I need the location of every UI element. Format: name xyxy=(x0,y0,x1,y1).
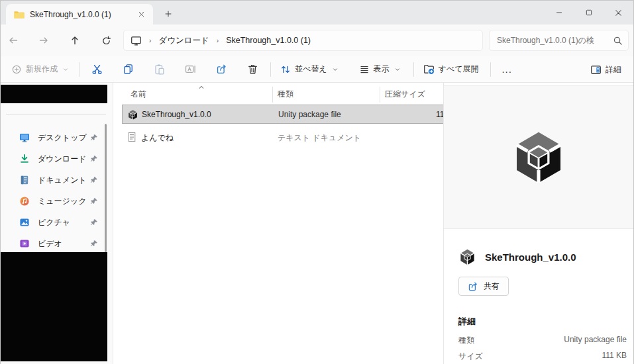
new-tab-button[interactable] xyxy=(160,6,177,22)
column-divider[interactable] xyxy=(380,87,380,103)
back-button[interactable] xyxy=(3,30,23,50)
search-box[interactable] xyxy=(489,30,629,51)
pin-icon xyxy=(90,218,98,226)
share-file-button[interactable]: 共有 xyxy=(458,277,509,296)
sidebar-item-desktop[interactable]: デスクトップ xyxy=(1,127,113,148)
file-type: テキスト ドキュメント xyxy=(278,132,361,144)
paste-icon xyxy=(154,64,165,75)
navigation-sidebar: デスクトップ ダウンロード ドキュメント ミュージック xyxy=(1,83,113,364)
property-label: 種類 xyxy=(458,335,474,346)
copy-button[interactable] xyxy=(117,59,139,80)
breadcrumb-separator: › xyxy=(211,37,225,44)
column-header-name[interactable]: 名前 xyxy=(131,89,146,100)
desktop-icon xyxy=(19,132,30,143)
explorer-tab[interactable]: SkeThrough_v1.0.0 (1) xyxy=(6,4,153,24)
file-preview-area xyxy=(444,85,633,229)
trash-icon xyxy=(247,64,258,75)
property-value: 111 KB xyxy=(602,351,627,360)
sidebar-item-videos[interactable]: ビデオ xyxy=(1,233,113,254)
unity-logo-preview xyxy=(509,124,568,191)
sidebar-item-pictures[interactable]: ピクチャ xyxy=(1,212,113,233)
forward-icon xyxy=(38,35,49,46)
cut-button[interactable] xyxy=(86,59,108,80)
sidebar-item-downloads[interactable]: ダウンロード xyxy=(1,148,113,169)
sidebar-divider xyxy=(6,114,106,114)
column-divider[interactable] xyxy=(272,87,273,103)
up-button[interactable] xyxy=(65,30,85,50)
maximize-icon xyxy=(584,8,594,17)
paste-button[interactable] xyxy=(148,59,170,80)
tab-close-button[interactable] xyxy=(134,8,148,21)
rename-button[interactable] xyxy=(180,59,201,80)
file-name: よんでね xyxy=(141,132,174,144)
sort-label: 並べ替え xyxy=(295,64,327,75)
maximize-button[interactable] xyxy=(574,1,604,24)
share-button[interactable] xyxy=(211,59,233,80)
details-pane-label: 詳細 xyxy=(606,64,621,75)
share-icon xyxy=(468,281,478,292)
breadcrumb-downloads[interactable]: ダウンロード xyxy=(158,35,209,46)
pin-icon xyxy=(90,197,98,205)
chevron-down-icon xyxy=(62,66,70,73)
zip-folder-icon xyxy=(14,9,25,20)
unity-package-icon xyxy=(127,109,138,120)
address-bar[interactable]: › ダウンロード › SkeThrough_v1.0.0 (1) xyxy=(123,30,483,51)
file-compressed-size: 111 KB xyxy=(436,110,443,119)
file-row-unity-package[interactable]: SkeThrough_v1.0.0 Unity package file 111… xyxy=(122,105,443,124)
sidebar-item-music[interactable]: ミュージック xyxy=(1,191,113,212)
column-headers: 名前 種類 圧縮サイズ xyxy=(113,87,443,103)
close-window-button[interactable] xyxy=(604,1,633,24)
sidebar-item-label: ミュージック xyxy=(38,196,113,207)
more-options-button[interactable]: ... xyxy=(495,64,519,75)
forward-button[interactable] xyxy=(34,30,54,50)
command-toolbar: 新規作成 並べ替え 表示 xyxy=(1,56,633,83)
breadcrumb-separator: › xyxy=(143,37,157,44)
file-name: SkeThrough_v1.0.0 xyxy=(142,110,211,119)
file-list: 名前 種類 圧縮サイズ SkeThrough_v1.0.0 Unity pack… xyxy=(113,83,443,364)
pin-icon xyxy=(90,155,98,163)
breadcrumb-current-folder[interactable]: SkeThrough_v1.0.0 (1) xyxy=(226,36,311,45)
sidebar-item-label: ビデオ xyxy=(38,238,113,250)
details-pane-icon xyxy=(590,64,602,75)
music-icon xyxy=(19,196,30,206)
sidebar-item-label: ダウンロード xyxy=(38,154,113,165)
minimize-button[interactable] xyxy=(544,1,574,24)
navigation-bar: › ダウンロード › SkeThrough_v1.0.0 (1) xyxy=(1,24,633,56)
minimize-icon xyxy=(555,8,564,17)
up-icon xyxy=(70,35,80,46)
share-icon xyxy=(216,64,227,75)
refresh-icon xyxy=(101,36,111,46)
column-header-compressed-size[interactable]: 圧縮サイズ xyxy=(385,89,425,100)
sort-ascending-icon xyxy=(197,83,206,92)
details-section-title: 詳細 xyxy=(458,316,476,328)
sidebar-item-documents[interactable]: ドキュメント xyxy=(1,169,113,191)
details-pane-button[interactable]: 詳細 xyxy=(585,59,627,80)
column-header-type[interactable]: 種類 xyxy=(278,89,293,100)
share-label: 共有 xyxy=(484,281,500,292)
refresh-button[interactable] xyxy=(96,30,116,50)
cut-icon xyxy=(91,64,103,75)
file-row-readme[interactable]: よんでね テキスト ドキュメント xyxy=(122,128,443,147)
titlebar: SkeThrough_v1.0.0 (1) xyxy=(1,1,633,24)
delete-button[interactable] xyxy=(242,59,264,80)
sidebar-scrollbar[interactable] xyxy=(105,124,107,252)
unity-package-icon xyxy=(458,248,476,266)
redacted-onedrive-item xyxy=(1,85,107,103)
file-explorer-window: SkeThrough_v1.0.0 (1) xyxy=(0,0,634,364)
search-input[interactable] xyxy=(497,36,613,45)
view-button[interactable]: 表示 xyxy=(354,59,407,80)
property-value: Unity package file xyxy=(564,335,627,344)
new-button[interactable]: 新規作成 xyxy=(6,59,75,80)
documents-icon xyxy=(19,175,30,185)
sort-button[interactable]: 並べ替え xyxy=(275,59,344,80)
chevron-down-icon xyxy=(331,66,339,73)
search-icon[interactable] xyxy=(613,36,623,46)
toolbar-divider xyxy=(490,62,491,77)
plus-icon xyxy=(164,9,173,19)
property-label: サイズ xyxy=(458,351,483,362)
extract-all-button[interactable]: すべて展開 xyxy=(418,59,484,80)
sidebar-item-label: ドキュメント xyxy=(38,175,113,186)
toolbar-divider xyxy=(413,62,414,77)
pin-icon xyxy=(90,240,98,248)
sort-arrows-icon xyxy=(280,64,291,75)
